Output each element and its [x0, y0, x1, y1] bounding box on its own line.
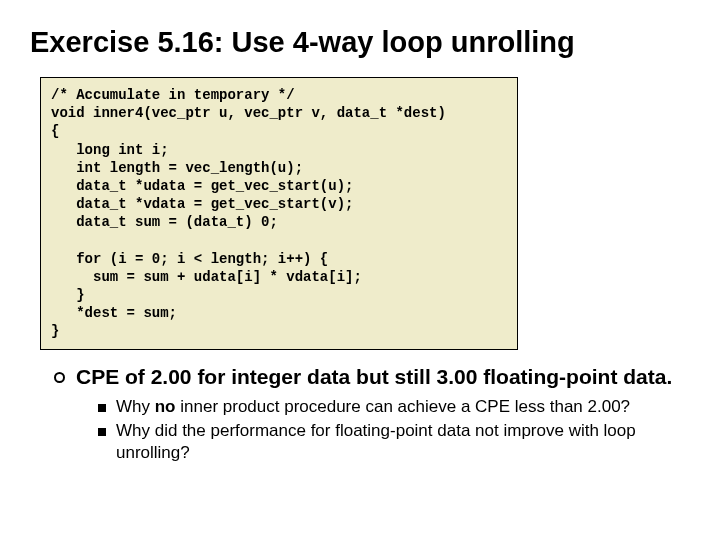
code-content: /* Accumulate in temporary */ void inner… [51, 86, 507, 341]
bullet-text: CPE of 2.00 for integer data but still 3… [76, 365, 672, 388]
slide: Exercise 5.16: Use 4-way loop unrolling … [0, 0, 720, 540]
sub-list: Why no inner product procedure can achie… [98, 396, 690, 464]
bullet-list: CPE of 2.00 for integer data but still 3… [54, 364, 690, 465]
slide-title: Exercise 5.16: Use 4-way loop unrolling [30, 26, 690, 59]
sub-item-why-fp: Why did the performance for floating-poi… [98, 420, 690, 464]
bullet-cpe: CPE of 2.00 for integer data but still 3… [54, 364, 690, 465]
sub-item-why-no: Why no inner product procedure can achie… [98, 396, 690, 418]
code-box: /* Accumulate in temporary */ void inner… [40, 77, 518, 350]
